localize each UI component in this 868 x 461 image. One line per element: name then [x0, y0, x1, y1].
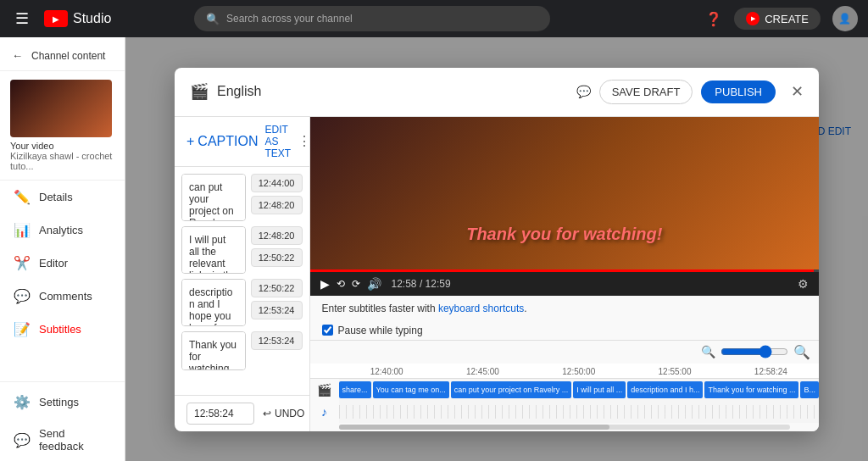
- logo: Studio: [44, 10, 111, 27]
- sidebar-item-subtitles[interactable]: 📝 Subtitles: [0, 313, 125, 346]
- zoom-out-icon[interactable]: 🔍: [701, 345, 715, 358]
- caption-text-input[interactable]: I will put all the relevant links in the: [181, 226, 246, 274]
- subtitle-chip[interactable]: B...: [800, 381, 819, 398]
- subtitle-chip[interactable]: Thank you for watching ...: [704, 381, 798, 398]
- caption-time-badge[interactable]: 12:48:20: [251, 196, 303, 214]
- caption-time-badge[interactable]: 12:48:20: [251, 226, 303, 245]
- caption-time-badge[interactable]: 12:53:24: [251, 301, 303, 319]
- sidebar-item-editor[interactable]: ✂️ Editor: [0, 247, 125, 280]
- video-progress-fill: [310, 269, 814, 272]
- sidebar-item-feedback[interactable]: 💬 Send feedback: [0, 419, 125, 461]
- forward-button[interactable]: ⟳: [352, 278, 360, 290]
- caption-row: I will put all the relevant links in the…: [181, 226, 303, 274]
- modal-title: English: [217, 84, 576, 99]
- pause-typing-control: Pause while typing: [310, 321, 820, 340]
- feedback-icon: 💬: [14, 432, 31, 448]
- caption-toolbar: + CAPTION EDIT AS TEXT ⋮: [175, 117, 309, 167]
- sidebar-back-label: Channel content: [28, 50, 105, 62]
- video-time-total: 12:59: [426, 278, 451, 290]
- subtitle-track-content[interactable]: share... You can tag me on... can put yo…: [339, 379, 820, 401]
- zoom-in-icon[interactable]: 🔍: [793, 344, 810, 360]
- subtitle-display-text: Thank you for watching!: [466, 225, 662, 243]
- search-placeholder: Search across your channel: [226, 13, 353, 25]
- video-time-separator: /: [420, 278, 426, 290]
- subtitle-chip[interactable]: description and I h...: [627, 381, 703, 398]
- caption-time-badge[interactable]: 12:50:22: [251, 279, 303, 297]
- modal-header-actions: 💬 SAVE DRAFT PUBLISH ✕: [576, 80, 804, 104]
- close-icon[interactable]: ✕: [791, 82, 804, 101]
- volume-button[interactable]: 🔊: [367, 277, 381, 291]
- keyboard-shortcuts-link[interactable]: keyboard shortcuts: [438, 303, 524, 314]
- play-button[interactable]: ▶: [320, 277, 330, 291]
- rewind-button[interactable]: ⟲: [337, 278, 345, 290]
- sidebar-back-button[interactable]: ← Channel content: [0, 41, 125, 71]
- subtitles-icon: 📝: [14, 321, 31, 337]
- caption-times: 12:44:00 12:48:20: [251, 174, 303, 221]
- details-icon: ✏️: [14, 189, 31, 205]
- topbar: ☰ Studio 🔍 Search across your channel ❓ …: [0, 0, 868, 37]
- audio-track: [339, 401, 820, 423]
- caption-time-badge[interactable]: 12:53:24: [251, 331, 303, 350]
- subtitle-chip[interactable]: You can tag me on...: [373, 381, 449, 398]
- video-time-current: 12:58: [392, 278, 417, 290]
- sidebar-nav: ✏️ Details 📊 Analytics ✂️ Editor 💬 Comme…: [0, 181, 125, 381]
- timeline-scrollbar[interactable]: [339, 425, 791, 430]
- caption-list: can put your project on Ravelry and link…: [175, 167, 309, 395]
- publish-button[interactable]: PUBLISH: [701, 81, 776, 103]
- undo-icon: ↩: [263, 408, 271, 419]
- sidebar-video-title: Kizilkaya shawl - crochet tuto...: [10, 151, 114, 171]
- caption-row: can put your project on Ravelry and link…: [181, 174, 303, 221]
- caption-footer: ↩ UNDO ↪ REDO: [175, 395, 309, 431]
- video-controls: ▶ ⟲ ⟳ 🔊 12:58 / 12:59 ⚙: [310, 272, 820, 296]
- menu-icon[interactable]: ☰: [10, 4, 34, 33]
- timeline-tick: 12:58:24: [723, 367, 819, 376]
- video-settings-icon[interactable]: ⚙: [798, 277, 809, 291]
- help-icon[interactable]: ❓: [705, 11, 722, 27]
- subtitle-chip[interactable]: I will put all ...: [573, 381, 626, 398]
- sidebar-item-analytics-label: Analytics: [39, 224, 83, 236]
- sidebar-item-analytics[interactable]: 📊 Analytics: [0, 214, 125, 247]
- timecode-input[interactable]: [186, 403, 254, 425]
- caption-text-input[interactable]: can put your project on Ravelry and link…: [181, 174, 246, 221]
- avatar[interactable]: 👤: [832, 6, 858, 31]
- subtitle-overlay: Thank you for watching!: [466, 225, 662, 244]
- sidebar-item-editor-label: Editor: [39, 257, 68, 269]
- sidebar-item-details[interactable]: ✏️ Details: [0, 181, 125, 214]
- create-label: CREATE: [765, 13, 809, 25]
- search-bar[interactable]: 🔍 Search across your channel: [194, 6, 550, 31]
- timeline-scrollbar-thumb[interactable]: [339, 425, 610, 430]
- caption-row: Thank you for watching and 12:53:24: [181, 331, 303, 370]
- pause-typing-checkbox[interactable]: [322, 325, 333, 336]
- topbar-right: ❓ CREATE 👤: [705, 6, 858, 31]
- caption-time-badge[interactable]: 12:50:22: [251, 248, 303, 267]
- video-progress-bar[interactable]: [310, 269, 820, 272]
- sidebar-item-settings[interactable]: ⚙️ Settings: [0, 386, 125, 419]
- logo-text: Studio: [73, 11, 111, 26]
- add-caption-button[interactable]: + CAPTION: [186, 134, 258, 149]
- edit-as-text-button[interactable]: EDIT AS TEXT: [264, 124, 291, 159]
- caption-time-badge[interactable]: 12:44:00: [251, 174, 303, 192]
- timeline-tick: 12:40:00: [339, 367, 435, 376]
- sidebar: ← Channel content Your video Kizilkaya s…: [0, 37, 125, 461]
- zoom-slider[interactable]: [721, 345, 788, 358]
- create-button[interactable]: CREATE: [734, 8, 821, 30]
- back-arrow-icon: ←: [12, 49, 23, 62]
- caption-text-input[interactable]: Thank you for watching and: [181, 331, 246, 370]
- modal-overlay: 🎬 English 💬 SAVE DRAFT PUBLISH ✕: [125, 37, 868, 461]
- more-options-icon[interactable]: ⋮: [298, 133, 309, 149]
- plus-icon: +: [186, 134, 194, 149]
- caption-text-input[interactable]: description and I hope you have fun with…: [181, 279, 246, 326]
- sidebar-bottom: ⚙️ Settings 💬 Send feedback: [0, 381, 125, 461]
- content-area: EDIT PUBLISH DUPLICATE AND EDIT 🎬 Englis…: [125, 37, 868, 461]
- modal-content: + CAPTION EDIT AS TEXT ⋮ can put your pr…: [175, 117, 819, 431]
- video-preview: Thank you for watching!: [310, 117, 820, 269]
- save-draft-button[interactable]: SAVE DRAFT: [599, 80, 693, 104]
- sidebar-video-info: Your video Kizilkaya shawl - crochet tut…: [0, 71, 125, 181]
- sidebar-video-thumbnail: [10, 80, 112, 137]
- caption-panel: + CAPTION EDIT AS TEXT ⋮ can put your pr…: [175, 117, 310, 431]
- undo-button[interactable]: ↩ UNDO: [263, 408, 304, 419]
- sidebar-item-comments[interactable]: 💬 Comments: [0, 280, 125, 313]
- subtitle-chip[interactable]: can put your project on Ravelry ...: [451, 381, 572, 398]
- subtitle-chip[interactable]: share...: [339, 381, 371, 398]
- audio-track-content: [339, 401, 820, 423]
